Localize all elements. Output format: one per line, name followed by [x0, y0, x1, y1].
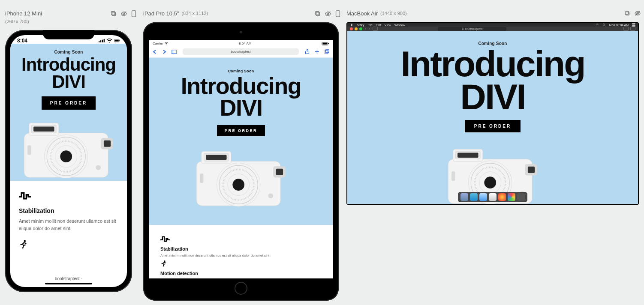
- status-bar: Carrier 8:04 AM: [149, 40, 333, 47]
- forward-button[interactable]: [162, 48, 166, 56]
- macbook-frame: Sizzy File Edit View Window Mon 08:04 AM…: [346, 22, 639, 205]
- sidebar-icon[interactable]: [373, 27, 378, 31]
- spotlight-icon[interactable]: [602, 23, 606, 27]
- device-dims: (1440 x 900): [380, 11, 407, 16]
- new-tab-icon[interactable]: [315, 48, 319, 56]
- toggle-visibility-icon[interactable]: [635, 10, 641, 18]
- svg-rect-19: [99, 41, 99, 42]
- hero-section: Coming Soon Introducing DIVI PRE ORDER: [347, 31, 638, 204]
- reading-list-icon: ◦: [81, 276, 83, 281]
- feature-text: Amet minim mollit non deserunt ullamco e…: [160, 253, 322, 258]
- menubar-app[interactable]: Sizzy: [357, 24, 364, 27]
- tabs-icon[interactable]: [630, 27, 635, 31]
- svg-rect-27: [322, 42, 327, 44]
- share-icon[interactable]: [305, 48, 310, 56]
- rotate-icon[interactable]: [131, 10, 136, 19]
- back-button[interactable]: [153, 48, 157, 56]
- svg-rect-29: [172, 50, 177, 54]
- device-name: MacBook Air: [346, 10, 378, 17]
- svg-rect-21: [102, 40, 103, 42]
- toggle-visibility-icon[interactable]: [121, 11, 127, 18]
- preorder-button[interactable]: PRE ORDER: [465, 120, 521, 132]
- device-panel-ipad: iPad Pro 10.5" (834 x 1112) Carrier 8:04…: [143, 10, 340, 301]
- motion-icon: [160, 259, 322, 269]
- share-icon[interactable]: [623, 27, 629, 31]
- menu-edit[interactable]: Edit: [376, 24, 381, 27]
- iphone-viewport[interactable]: 8:04 Coming Soon Introducing DIVI PRE OR…: [10, 35, 127, 287]
- dock-app-appstore[interactable]: [479, 193, 487, 201]
- menu-view[interactable]: View: [385, 24, 391, 27]
- device-panel-iphone: iPhone 12 Mini (360 x 780) 8:04 Coming S…: [5, 10, 136, 292]
- svg-rect-37: [632, 23, 635, 24]
- apple-icon[interactable]: [350, 23, 353, 27]
- menubar-time[interactable]: Mon 08:04 AM: [609, 24, 629, 27]
- motion-icon: [19, 239, 118, 251]
- signal-icon: [99, 39, 105, 43]
- svg-point-35: [603, 24, 605, 25]
- status-indicators: [99, 38, 120, 44]
- device-dims: (360 x 780): [5, 19, 136, 24]
- wifi-icon: [164, 42, 169, 45]
- page-viewport[interactable]: Coming Soon Introducing DIVI PRE ORDER: [347, 31, 638, 204]
- wifi-icon: [106, 39, 112, 43]
- device-name: iPad Pro 10.5": [143, 10, 179, 17]
- battery-icon: [322, 42, 329, 45]
- lock-icon: [461, 27, 464, 30]
- iphone-frame: 8:04 Coming Soon Introducing DIVI PRE OR…: [5, 30, 132, 292]
- feature-title-2: Motion detection: [160, 271, 322, 276]
- svg-rect-28: [328, 43, 329, 44]
- svg-rect-34: [325, 51, 328, 54]
- stabilization-icon: [19, 192, 31, 200]
- device-panel-macbook: MacBook Air (1440 x 900) Sizzy File Edit…: [346, 10, 641, 205]
- browser-tab[interactable]: bootstraptest ◦: [55, 276, 82, 281]
- dock-app-mail[interactable]: [489, 193, 497, 201]
- dock-app-photos[interactable]: [498, 193, 506, 201]
- battery-icon: [114, 39, 120, 43]
- dock-app-safari[interactable]: [460, 193, 468, 201]
- screenshot-icon[interactable]: [315, 11, 321, 18]
- back-button[interactable]: ‹: [365, 27, 366, 31]
- hero-title: Introducing DIVI: [149, 75, 333, 119]
- macos-menubar[interactable]: Sizzy File Edit View Window Mon 08:04 AM: [347, 23, 638, 27]
- preorder-button[interactable]: PRE ORDER: [42, 96, 96, 110]
- screenshot-icon[interactable]: [111, 11, 117, 18]
- ipad-viewport[interactable]: Carrier 8:04 AM bootstraptest: [149, 40, 333, 278]
- menu-file[interactable]: File: [368, 24, 373, 27]
- forward-button[interactable]: ›: [369, 27, 370, 31]
- feature-title: Stabilization: [19, 207, 118, 214]
- wifi-icon[interactable]: [596, 23, 599, 27]
- hero-section: Coming Soon Introducing DIVI PRE ORDER: [149, 58, 333, 225]
- hero-title: Introducing DIVI: [10, 56, 127, 90]
- svg-rect-20: [100, 40, 101, 42]
- macos-dock[interactable]: [458, 192, 527, 202]
- hero-title: Introducing DIVI: [347, 48, 638, 114]
- status-time: 8:04: [17, 38, 27, 44]
- macbook-viewport[interactable]: Sizzy File Edit View Window Mon 08:04 AM…: [347, 23, 638, 204]
- preorder-button[interactable]: PRE ORDER: [217, 125, 265, 136]
- browser-toolbar: ‹ › bootstraptest: [347, 27, 638, 31]
- home-button[interactable]: [235, 282, 247, 295]
- dock-app-settings[interactable]: [517, 193, 525, 201]
- url-bar[interactable]: bootstraptest: [183, 48, 299, 55]
- dock-app-chrome[interactable]: [508, 193, 515, 201]
- device-name: iPhone 12 Mini: [5, 10, 42, 17]
- screenshot-icon[interactable]: [624, 10, 630, 18]
- sidebar-icon[interactable]: [172, 48, 177, 56]
- svg-rect-33: [325, 49, 329, 52]
- ipad-camera: [240, 31, 242, 33]
- home-indicator[interactable]: [45, 283, 92, 284]
- tabs-icon[interactable]: [325, 48, 329, 56]
- eyebrow-text: Coming Soon: [10, 50, 127, 54]
- toggle-visibility-icon[interactable]: [325, 11, 331, 18]
- product-image: [17, 116, 120, 180]
- rotate-icon[interactable]: [335, 10, 340, 19]
- dock-app-finder[interactable]: [470, 193, 478, 201]
- svg-rect-39: [462, 29, 463, 30]
- control-center-icon[interactable]: [632, 23, 635, 27]
- status-time: 8:04 AM: [239, 42, 251, 45]
- url-bar[interactable]: bootstraptest: [438, 27, 506, 31]
- traffic-lights[interactable]: [350, 27, 362, 30]
- menu-window[interactable]: Window: [394, 24, 405, 27]
- browser-toolbar: bootstraptest: [149, 47, 333, 58]
- hero-section: Coming Soon Introducing DIVI PRE ORDER: [10, 44, 127, 181]
